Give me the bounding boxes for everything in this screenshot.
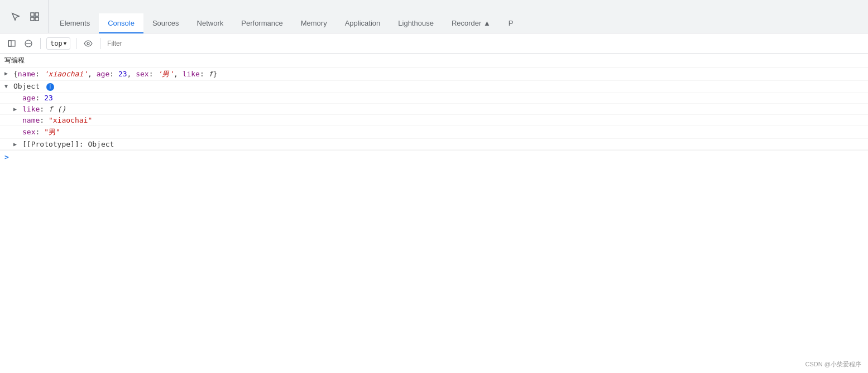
tab-sources[interactable]: Sources: [143, 13, 188, 33]
expand-arrow[interactable]: ▶: [4, 69, 11, 76]
object-header-row[interactable]: ▼ Object i: [0, 81, 868, 93]
eye-button[interactable]: [81, 36, 95, 51]
field-like[interactable]: ▶ like: f (): [0, 104, 868, 115]
svg-rect-1: [35, 13, 39, 16]
tab-bar-icons: [2, 0, 49, 33]
field-prototype-content: [[Prototype]]: Object: [22, 140, 864, 148]
field-like-arrow[interactable]: ▶: [13, 105, 20, 112]
tab-recorder[interactable]: Recorder ▲: [443, 13, 500, 33]
devtools-panel: Elements Console Sources Network Perform…: [0, 0, 868, 373]
console-toolbar: top ▼: [0, 33, 868, 54]
tab-elements[interactable]: Elements: [51, 13, 99, 33]
console-input-area: >: [0, 150, 868, 163]
toolbar-divider: [40, 38, 41, 49]
svg-point-8: [87, 42, 89, 45]
field-sex-content: sex: "男": [22, 127, 864, 137]
inspect-icon-btn[interactable]: [26, 8, 44, 26]
console-input[interactable]: [11, 153, 864, 161]
svg-rect-0: [31, 13, 34, 16]
object-expanded: ▼ Object i ▶ age: 23 ▶ like: f (): [0, 81, 868, 150]
svg-rect-5: [8, 41, 15, 46]
tab-list: Elements Console Sources Network Perform…: [49, 0, 866, 33]
section-label: 写编程: [0, 54, 868, 68]
filter-input[interactable]: [105, 37, 864, 50]
chevron-down-icon: ▼: [64, 41, 66, 46]
field-name-content: name: "xiaochai": [22, 116, 864, 124]
console-prompt: >: [4, 153, 9, 161]
info-icon[interactable]: i: [46, 83, 54, 91]
field-prototype-arrow[interactable]: ▶: [13, 140, 20, 147]
tab-more[interactable]: P: [500, 13, 522, 33]
tab-network[interactable]: Network: [188, 13, 233, 33]
tab-console[interactable]: Console: [99, 13, 143, 33]
clear-console-button[interactable]: [21, 36, 36, 51]
output-row-summary[interactable]: ▶ {name: 'xiaochai', age: 23, sex: '男', …: [0, 68, 868, 81]
object-header-label: Object i: [13, 82, 864, 91]
tab-memory[interactable]: Memory: [292, 13, 336, 33]
svg-rect-3: [35, 17, 39, 21]
field-age: ▶ age: 23: [0, 93, 868, 104]
tab-application[interactable]: Application: [336, 13, 390, 33]
bottom-credit: CSDN @小柴爱程序: [805, 360, 861, 369]
svg-rect-4: [8, 41, 11, 46]
sidebar-toggle-button[interactable]: [4, 36, 19, 51]
field-age-content: age: 23: [22, 94, 864, 102]
tab-lighthouse[interactable]: Lighthouse: [389, 13, 443, 33]
tab-performance[interactable]: Performance: [232, 13, 291, 33]
field-name: ▶ name: "xiaochai": [0, 115, 868, 126]
field-like-content: like: f (): [22, 105, 864, 113]
toolbar-divider-2: [76, 38, 76, 49]
field-prototype[interactable]: ▶ [[Prototype]]: Object: [0, 139, 868, 150]
toolbar-divider-3: [100, 38, 100, 49]
collapse-arrow[interactable]: ▼: [4, 82, 11, 89]
field-sex: ▶ sex: "男": [0, 126, 868, 139]
output-summary: {name: 'xiaochai', age: 23, sex: '男', li…: [13, 69, 864, 79]
context-selector[interactable]: top ▼: [46, 37, 70, 50]
cursor-icon-btn[interactable]: [7, 8, 25, 26]
tab-bar: Elements Console Sources Network Perform…: [0, 0, 868, 33]
svg-rect-2: [31, 17, 34, 21]
console-body: 写编程 ▶ {name: 'xiaochai', age: 23, sex: '…: [0, 54, 868, 373]
